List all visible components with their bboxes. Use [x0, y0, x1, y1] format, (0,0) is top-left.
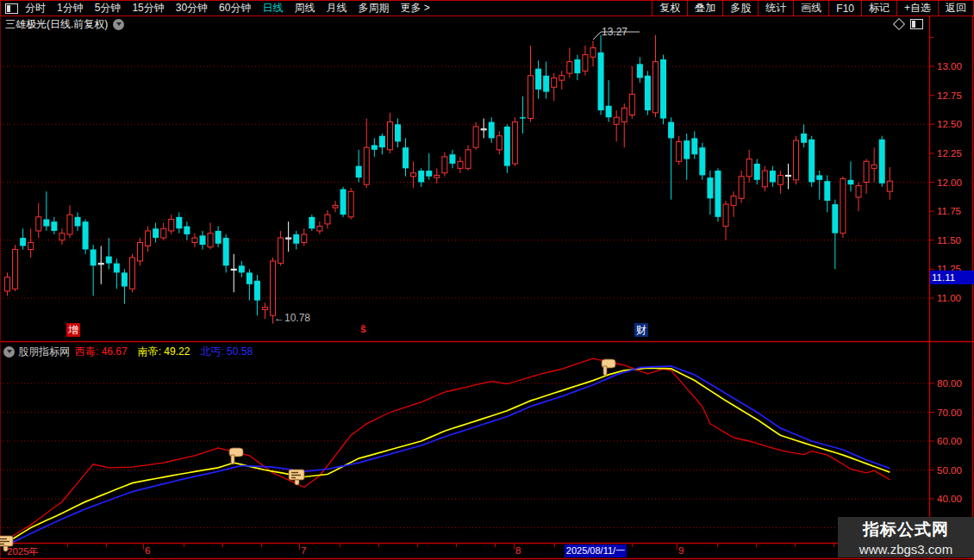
tab-分时[interactable]: 分时	[25, 1, 46, 16]
button-多股[interactable]: 多股	[722, 1, 758, 16]
candle-body	[489, 122, 495, 139]
stock-app-window: 分时1分钟5分钟15分钟30分钟60分钟日线周线月线多周期更多 ˃ 复权叠加多股…	[0, 0, 974, 560]
indicator-name[interactable]: 股朋指标网	[18, 345, 70, 359]
candle-body	[770, 171, 776, 182]
indicator-collapse-icon[interactable]	[3, 346, 15, 358]
candle-body	[254, 281, 260, 301]
tab-30分钟[interactable]: 30分钟	[176, 1, 208, 16]
candle-body	[832, 204, 838, 233]
candle-body	[28, 242, 34, 249]
month-label-8: 8	[515, 545, 521, 556]
candle-body	[840, 178, 846, 233]
button-+自选[interactable]: +自选	[896, 1, 938, 16]
candle-body	[856, 186, 861, 197]
candle-body	[223, 238, 229, 265]
indicator-label-60.00: 60.00	[937, 436, 962, 446]
tab-5分钟[interactable]: 5分钟	[95, 1, 122, 16]
tab-多周期[interactable]: 多周期	[358, 1, 389, 16]
candle-body	[325, 215, 330, 224]
candle-body	[552, 78, 557, 87]
tab-月线[interactable]: 月线	[326, 1, 347, 16]
candle-body	[293, 234, 299, 244]
window-split-icon[interactable]	[5, 3, 18, 14]
candle-body	[668, 122, 674, 139]
candle-body	[746, 159, 752, 177]
button-返回[interactable]: 返回	[938, 1, 973, 16]
tab-周线[interactable]: 周线	[294, 1, 315, 16]
candle-body	[824, 181, 830, 201]
candle-body	[153, 228, 159, 238]
candle-body	[739, 177, 744, 199]
candle-body	[512, 122, 517, 164]
candle-body	[67, 215, 72, 234]
price-label-12.25: 12.25	[937, 148, 962, 159]
candle-body	[371, 145, 378, 149]
candle-body	[348, 191, 353, 217]
candle-body	[567, 62, 572, 73]
candle-body	[754, 164, 760, 180]
candle-body	[543, 76, 549, 92]
hand-down-icon	[597, 358, 618, 382]
candle-body	[535, 69, 541, 90]
candle-body	[660, 59, 666, 119]
candle-body	[504, 127, 510, 166]
button-统计[interactable]: 统计	[758, 1, 793, 16]
candle-body	[652, 62, 658, 113]
candle-body	[75, 217, 81, 227]
candle-body	[645, 76, 651, 110]
candle-body	[302, 234, 307, 242]
candle-body	[271, 261, 276, 315]
button-F10[interactable]: F10	[828, 1, 861, 16]
candle-body	[528, 76, 534, 119]
candle-body	[434, 175, 440, 177]
candle-body	[356, 166, 362, 177]
button-画线[interactable]: 画线	[793, 1, 828, 16]
candle-body	[114, 264, 120, 273]
candle-body	[621, 108, 627, 121]
button-标记[interactable]: 标记	[861, 1, 896, 16]
tab-60分钟[interactable]: 60分钟	[219, 1, 251, 16]
candle-body	[629, 94, 634, 115]
button-叠加[interactable]: 叠加	[687, 1, 722, 16]
candle-body	[762, 171, 767, 187]
watermark: 指标公式网 www.zbgs3.com	[838, 517, 974, 557]
chevron-down-icon[interactable]	[113, 19, 124, 30]
candle-body	[684, 140, 690, 159]
candle-body	[395, 124, 401, 141]
candle-body	[83, 221, 89, 249]
candle-body	[43, 220, 49, 227]
month-label-6: 6	[145, 545, 150, 556]
indicator-readouts: 西毒: 46.67南帝: 49.22北丐: 50.58	[75, 345, 263, 359]
tab-日线[interactable]: 日线	[262, 1, 283, 16]
watermark-title: 指标公式网	[863, 519, 949, 541]
candle-body	[691, 138, 697, 154]
candle-body	[598, 53, 604, 110]
candle-body	[403, 147, 409, 168]
diamond-icon[interactable]	[893, 18, 905, 30]
candle-body	[723, 204, 728, 227]
candle-body	[13, 250, 18, 289]
tab-15分钟[interactable]: 15分钟	[132, 1, 164, 16]
candle-body	[606, 106, 612, 117]
chart-canvas[interactable]	[0, 0, 974, 560]
candle-body	[379, 136, 385, 147]
price-label-12.50: 12.50	[937, 119, 962, 129]
title-right-icons	[895, 19, 923, 29]
candle-body	[5, 277, 10, 291]
readout-北丐: 北丐: 50.58	[200, 345, 253, 358]
candle-body	[106, 257, 112, 264]
tab-更多 ˃[interactable]: 更多 ˃	[400, 1, 429, 16]
tab-1分钟[interactable]: 1分钟	[57, 1, 84, 16]
candle-body	[574, 59, 580, 73]
candle-body	[801, 134, 807, 143]
layout-icon[interactable]	[910, 19, 923, 29]
candle-body	[614, 117, 619, 124]
readout-南帝: 南帝: 49.22	[138, 345, 190, 358]
candle-body	[20, 238, 26, 246]
button-复权[interactable]: 复权	[652, 1, 687, 16]
note-icon	[288, 469, 307, 489]
candle-body	[637, 64, 643, 78]
candle-body	[129, 258, 134, 289]
title-bar: 三雄极光(日线.前复权)	[5, 17, 124, 31]
candle-body	[481, 129, 486, 130]
